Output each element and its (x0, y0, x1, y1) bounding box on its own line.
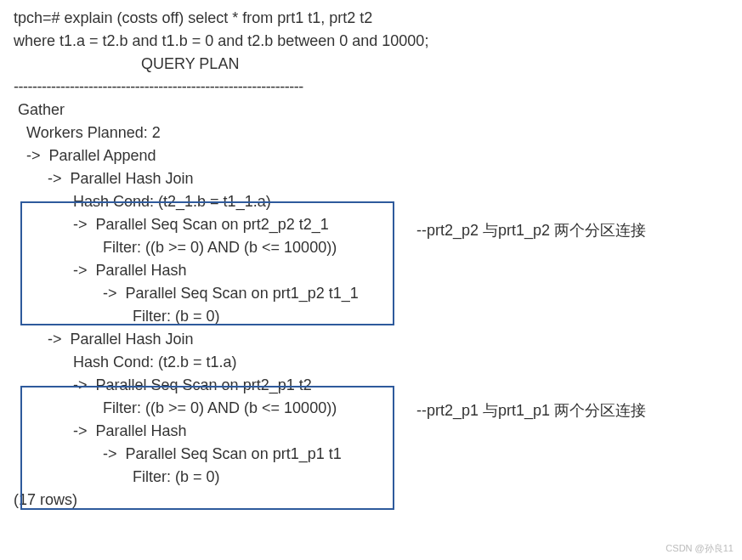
plan-gather: Gather (14, 99, 728, 122)
separator: ----------------------------------------… (14, 76, 728, 99)
plan-join2-filter2: Filter: (b = 0) (14, 466, 728, 489)
annotation-2: --prt2_p1 与prt1_p1 两个分区连接 (416, 399, 646, 422)
query-plan-header: QUERY PLAN (14, 53, 728, 76)
plan-join1-head: -> Parallel Hash Join (14, 167, 728, 190)
plan-workers: Workers Planned: 2 (14, 122, 728, 144)
plan-rows: (17 rows) (14, 489, 728, 512)
plan-join2-scan2: -> Parallel Seq Scan on prt1_p1 t1 (14, 443, 728, 466)
plan-join1-filter2: Filter: (b = 0) (14, 305, 728, 328)
plan-join1-scan2: -> Parallel Seq Scan on prt1_p2 t1_1 (14, 282, 728, 305)
watermark: CSDN @孙良11 (666, 541, 734, 556)
plan-join1-hash: -> Parallel Hash (14, 259, 728, 282)
plan-join2-hash: -> Parallel Hash (14, 420, 728, 443)
plan-join2-head: -> Parallel Hash Join (14, 328, 728, 351)
query-line-1: tpch=# explain (costs off) select * from… (14, 7, 728, 30)
plan-append: -> Parallel Append (14, 144, 728, 167)
plan-join2-cond: Hash Cond: (t2.b = t1.a) (14, 351, 728, 374)
query-line-2: where t1.a = t2.b and t1.b = 0 and t2.b … (14, 30, 728, 53)
plan-join1-cond: Hash Cond: (t2_1.b = t1_1.a) (14, 190, 728, 213)
plan-join2-scan1: -> Parallel Seq Scan on prt2_p1 t2 (14, 374, 728, 397)
annotation-1: --prt2_p2 与prt1_p2 两个分区连接 (416, 219, 646, 242)
